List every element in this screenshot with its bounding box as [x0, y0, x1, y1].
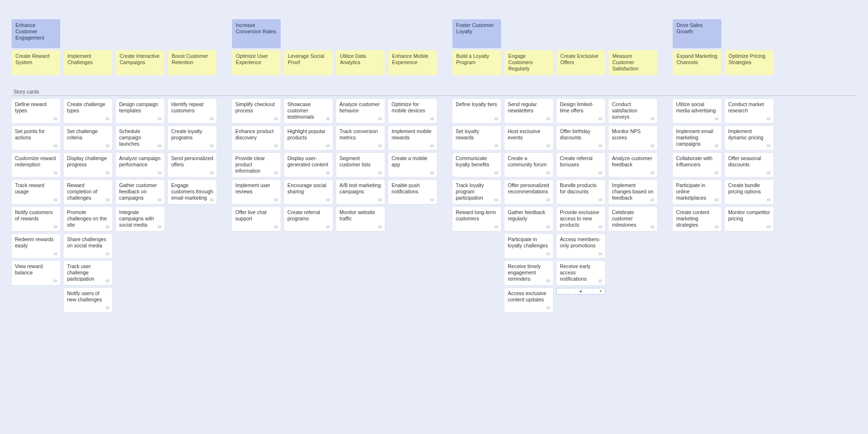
- epic-card[interactable]: Enhance Customer Engagement: [12, 19, 60, 48]
- story-card[interactable]: Enhance product discovery: [232, 126, 281, 150]
- story-card[interactable]: Design limited-time offers: [556, 99, 605, 123]
- story-card[interactable]: Create a mobile app: [388, 153, 437, 177]
- story-card[interactable]: Create referral bonuses: [556, 153, 605, 177]
- story-card[interactable]: Receive early access notifications: [556, 261, 605, 285]
- story-card[interactable]: Set loyalty rewards: [452, 126, 501, 150]
- feature-card[interactable]: Leverage Social Proof: [284, 50, 333, 75]
- story-card[interactable]: Track conversion metrics: [336, 126, 385, 150]
- story-card[interactable]: Conduct satisfaction surveys: [609, 99, 657, 123]
- story-card[interactable]: View reward balance: [12, 261, 60, 285]
- story-card[interactable]: Create challenge types: [64, 99, 112, 123]
- description-icon: [54, 199, 57, 202]
- story-card[interactable]: Define loyalty tiers: [452, 99, 501, 123]
- story-card[interactable]: Offer seasonal discounts: [725, 153, 773, 177]
- story-card[interactable]: Implement dynamic pricing: [725, 126, 773, 150]
- story-card[interactable]: Create bundle pricing options: [725, 180, 773, 204]
- feature-card[interactable]: Expand Marketing Channels: [673, 50, 721, 75]
- story-card[interactable]: Track loyalty program participation: [452, 180, 501, 204]
- epic-card[interactable]: Drive Sales Growth: [673, 19, 721, 48]
- story-card[interactable]: Gather feedback regularly: [504, 207, 553, 231]
- feature-card[interactable]: Optimize Pricing Strategies: [725, 50, 773, 75]
- story-card[interactable]: Conduct market research: [725, 99, 773, 123]
- story-card[interactable]: Design campaign templates: [116, 99, 164, 123]
- story-card[interactable]: Offer birthday discounts: [556, 126, 605, 150]
- story-card[interactable]: Simplify checkout process: [232, 99, 281, 123]
- story-card[interactable]: A/B test marketing campaigns: [336, 180, 385, 204]
- story-card[interactable]: Enable push notifications: [388, 180, 437, 204]
- story-card[interactable]: Celebrate customer milestones: [609, 207, 657, 231]
- story-card[interactable]: Collaborate with influencers: [673, 153, 721, 177]
- story-card[interactable]: Implement user reviews: [232, 180, 281, 204]
- story-card[interactable]: Participate in loyalty challenges: [504, 234, 553, 258]
- story-card[interactable]: Create loyalty programs: [168, 126, 217, 150]
- story-card[interactable]: Communicate loyalty benefits: [452, 153, 501, 177]
- story-card[interactable]: Send regular newsletters: [504, 99, 553, 123]
- story-card[interactable]: Implement mobile rewards: [388, 126, 437, 150]
- story-card[interactable]: Set points for actions: [12, 126, 60, 150]
- feature-card[interactable]: Engage Customers Regularly: [504, 50, 553, 75]
- story-card[interactable]: Access exclusive content updates: [504, 288, 553, 312]
- story-card[interactable]: Implement changes based on feedback: [609, 180, 657, 204]
- story-card[interactable]: Monitor competitor pricing: [725, 207, 773, 231]
- story-card[interactable]: Provide clear product information: [232, 153, 281, 177]
- story-card[interactable]: Track reward usage: [12, 180, 60, 204]
- board-column: Create Interactive Campaigns: [116, 19, 164, 77]
- feature-card[interactable]: Utilize Data Analytics: [336, 50, 385, 75]
- story-card[interactable]: Host exclusive events: [504, 126, 553, 150]
- story-card[interactable]: Track user challenge participation: [64, 261, 112, 285]
- description-icon: [546, 118, 550, 121]
- story-card[interactable]: Monitor website traffic: [336, 207, 385, 231]
- story-card[interactable]: Implement email marketing campaigns: [673, 126, 721, 150]
- feature-card[interactable]: Boost Customer Retention: [168, 50, 217, 75]
- story-card[interactable]: Receive timely engagement reminders: [504, 261, 553, 285]
- feature-card[interactable]: Create Exclusive Offers: [556, 50, 605, 75]
- story-card[interactable]: Redeem rewards easily: [12, 234, 60, 258]
- story-card[interactable]: Promote challenges on the site: [64, 207, 112, 231]
- story-card[interactable]: Display challenge progress: [64, 153, 112, 177]
- feature-card[interactable]: Measure Customer Satisfaction: [609, 50, 657, 75]
- feature-card[interactable]: Optimize User Experience: [232, 50, 281, 75]
- story-card[interactable]: Gather customer feedback on campaigns: [116, 180, 164, 204]
- story-card[interactable]: Analyze customer feedback: [609, 153, 657, 177]
- story-card[interactable]: Create referral programs: [284, 207, 333, 231]
- story-card[interactable]: Reward completion of challenges: [64, 180, 112, 204]
- story-card[interactable]: Offer personalized recommendations: [504, 180, 553, 204]
- story-card[interactable]: Analyze customer behavior: [336, 99, 385, 123]
- story-card[interactable]: Utilize social media advertising: [673, 99, 721, 123]
- story-card[interactable]: Notify users of new challenges: [64, 288, 112, 312]
- story-card[interactable]: Engage customers through email marketing: [168, 180, 217, 204]
- feature-card[interactable]: Enhance Mobile Experience: [388, 50, 437, 75]
- story-card[interactable]: Integrate campaigns with social media: [116, 207, 164, 231]
- feature-card[interactable]: Implement Challenges: [64, 50, 112, 75]
- story-card[interactable]: Define reward types: [12, 99, 60, 123]
- story-card[interactable]: Schedule campaign launches: [116, 126, 164, 150]
- story-card[interactable]: Encourage social sharing: [284, 180, 333, 204]
- story-card[interactable]: Notify customers of rewards: [12, 207, 60, 231]
- feature-card[interactable]: Build a Loyalty Program: [452, 50, 501, 75]
- story-card[interactable]: Create a community forum: [504, 153, 553, 177]
- feature-card[interactable]: Create Interactive Campaigns: [116, 50, 164, 75]
- epic-card[interactable]: Increase Conversion Rates: [232, 19, 281, 48]
- story-card[interactable]: Participate in online marketplaces: [673, 180, 721, 204]
- story-card[interactable]: Bundle products for discounts: [556, 180, 605, 204]
- story-card[interactable]: Send personalized offers: [168, 153, 217, 177]
- feature-card[interactable]: Create Reward System: [12, 50, 60, 75]
- story-card[interactable]: Offer live chat support: [232, 207, 281, 231]
- story-card[interactable]: Create content marketing strategies: [673, 207, 721, 231]
- story-card[interactable]: Analyze campaign performance: [116, 153, 164, 177]
- story-card[interactable]: Set challenge criteria: [64, 126, 112, 150]
- story-card[interactable]: Monitor NPS scores: [609, 126, 657, 150]
- story-card[interactable]: Access members-only promotions: [556, 234, 605, 258]
- story-card[interactable]: Reward long-term customers: [452, 207, 501, 231]
- story-card[interactable]: Provide exclusive access to new products: [556, 207, 605, 231]
- story-card[interactable]: Identify repeat customers: [168, 99, 217, 123]
- story-card[interactable]: Customize reward redemption: [12, 153, 60, 177]
- story-card[interactable]: Highlight popular products: [284, 126, 333, 150]
- story-card[interactable]: Display user-generated content: [284, 153, 333, 177]
- epic-card[interactable]: Foster Customer Loyalty: [452, 19, 501, 48]
- story-card[interactable]: Showcase customer testimonials: [284, 99, 333, 123]
- add-story-button[interactable]: +✦: [556, 288, 605, 295]
- story-card[interactable]: Share challenges on social media: [64, 234, 112, 258]
- story-card[interactable]: Segment customer lists: [336, 153, 385, 177]
- story-card[interactable]: Optimize for mobile devices: [388, 99, 437, 123]
